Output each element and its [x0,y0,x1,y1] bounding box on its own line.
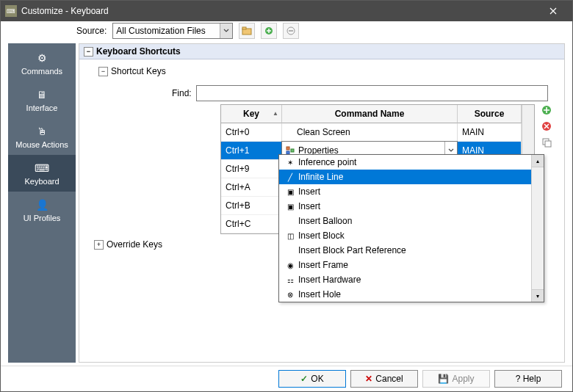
command-dropdown-list[interactable]: ✶Inference point ╱Infinite Line ▣Insert … [278,154,544,302]
interface-icon: 🖥 [30,87,54,102]
insert-icon: ▣ [285,201,295,211]
source-dropdown[interactable]: All Customization Files [112,23,233,39]
frame-icon: ◉ [285,260,295,270]
dropdown-item[interactable]: ⚏Insert Hardware [279,272,544,287]
sidebar-item-commands[interactable]: ⚙ Commands [8,45,76,81]
cell-command: Clean Screen [282,123,458,142]
main-area: ⚙ Commands 🖥 Interface 🖱 Mouse Actions ⌨… [1,40,572,366]
ok-button[interactable]: ✓OK [278,370,346,388]
find-row: Find: [84,79,560,104]
app-icon: ⌨ [5,5,17,17]
dropdown-item[interactable]: ╱Infinite Line [279,170,544,184]
line-icon: ╱ [285,172,295,182]
plus-icon [541,105,552,115]
check-icon: ✓ [300,374,308,384]
column-header-source[interactable]: Source [458,105,522,123]
mouse-icon: 🖱 [30,124,54,139]
subsection-shortcut-keys[interactable]: − Shortcut Keys [84,63,560,79]
side-tools [541,104,552,148]
add-shortcut-button[interactable] [541,104,552,116]
profiles-icon: 👤 [30,197,54,212]
override-title: Override Keys [107,239,162,250]
cancel-button[interactable]: ✕Cancel [350,370,418,388]
collapse-icon[interactable]: − [98,67,108,76]
svg-rect-1 [242,27,246,29]
dropdown-item[interactable]: ◫Insert Block [279,228,544,243]
sidebar-item-label: UI Profiles [24,214,61,222]
subsection-title: Shortcut Keys [111,66,166,76]
help-button[interactable]: ? Help [494,370,562,388]
section-title: Keyboard Shortcuts [96,46,181,57]
find-label: Find: [172,88,192,98]
dropdown-item[interactable]: ◉Insert Frame [279,258,544,272]
plus-icon [264,26,273,35]
chevron-down-icon [220,23,232,38]
hardware-icon: ⚏ [285,275,295,285]
commands-icon: ⚙ [30,51,54,65]
popup-scrollbar[interactable]: ▴ ▾ [531,155,544,302]
window-title: Customize - Keyboard [21,6,538,16]
sidebar-item-label: Keyboard [24,177,59,186]
source-dropdown-value: All Customization Files [116,26,205,36]
sidebar-item-ui-profiles[interactable]: 👤 UI Profiles [8,192,76,228]
dropdown-item[interactable]: ⊗Insert Hole [279,287,544,302]
hole-icon: ⊗ [285,289,295,300]
cell-key: Ctrl+B [221,197,282,215]
svg-rect-6 [291,149,294,152]
svg-rect-4 [286,147,289,150]
content-panel: − Keyboard Shortcuts − Shortcut Keys Fin… [79,43,565,363]
open-file-button[interactable] [239,23,255,39]
section-header[interactable]: − Keyboard Shortcuts [79,44,564,59]
sort-ascending-icon: ▲ [273,110,278,117]
dropdown-item[interactable]: ▣Insert [279,184,544,199]
cell-source: MAIN [458,123,522,142]
titlebar: ⌨ Customize - Keyboard [1,1,572,21]
scroll-down-icon[interactable]: ▾ [532,289,544,302]
scrollbar-track[interactable] [522,123,534,142]
keyboard-icon: ⌨ [30,161,54,175]
svg-rect-10 [545,141,551,147]
delete-shortcut-button[interactable] [541,120,552,132]
sidebar: ⚙ Commands 🖥 Interface 🖱 Mouse Actions ⌨… [8,43,76,363]
dropdown-item[interactable]: ✶Inference point [279,155,544,170]
sidebar-item-keyboard[interactable]: ⌨ Keyboard [8,155,76,192]
cell-key: Ctrl+0 [221,123,282,142]
dropdown-item[interactable]: Insert Balloon [279,214,544,228]
collapse-icon[interactable]: − [84,47,93,57]
folder-icon [242,26,252,35]
cell-key: Ctrl+C [221,215,282,233]
block-icon: ◫ [285,231,295,241]
dropdown-item[interactable]: ▣Insert [279,199,544,214]
x-icon: ✕ [365,374,372,384]
sidebar-item-mouse-actions[interactable]: 🖱 Mouse Actions [8,118,76,155]
expand-icon[interactable]: + [94,240,104,250]
balloon-icon [285,216,295,226]
add-button[interactable] [261,23,277,39]
find-input[interactable] [196,85,548,101]
copy-shortcut-button[interactable] [541,137,552,148]
cell-key: Ctrl+1 [221,142,282,160]
disk-icon: 💾 [438,374,449,384]
point-icon: ✶ [285,157,295,167]
cell-key: Ctrl+A [221,178,282,197]
scroll-up-icon[interactable]: ▴ [532,155,544,167]
dialog-footer: ✓OK ✕Cancel 💾Apply ? Help [1,366,572,391]
dialog-window: ⌨ Customize - Keyboard Source: All Custo… [0,0,573,392]
close-icon [549,7,557,15]
table-header: Key ▲ Command Name Source [221,105,534,123]
sidebar-item-label: Commands [21,67,62,76]
copy-icon [541,137,552,148]
cell-key: Ctrl+9 [221,160,282,178]
column-header-key[interactable]: Key ▲ [221,105,282,123]
close-button[interactable] [538,1,568,21]
sidebar-item-label: Interface [26,104,58,112]
dropdown-item[interactable]: Insert Block Part Reference [279,243,544,258]
apply-button: 💾Apply [422,370,490,388]
table-row[interactable]: Ctrl+0 Clean Screen MAIN [221,123,534,142]
scrollbar-header-stub [522,105,534,123]
subsection-override-keys[interactable]: + Override Keys [94,239,162,250]
column-header-command[interactable]: Command Name [282,105,458,123]
sidebar-item-interface[interactable]: 🖥 Interface [8,81,76,118]
remove-button[interactable] [283,23,299,39]
delete-icon [541,121,552,131]
